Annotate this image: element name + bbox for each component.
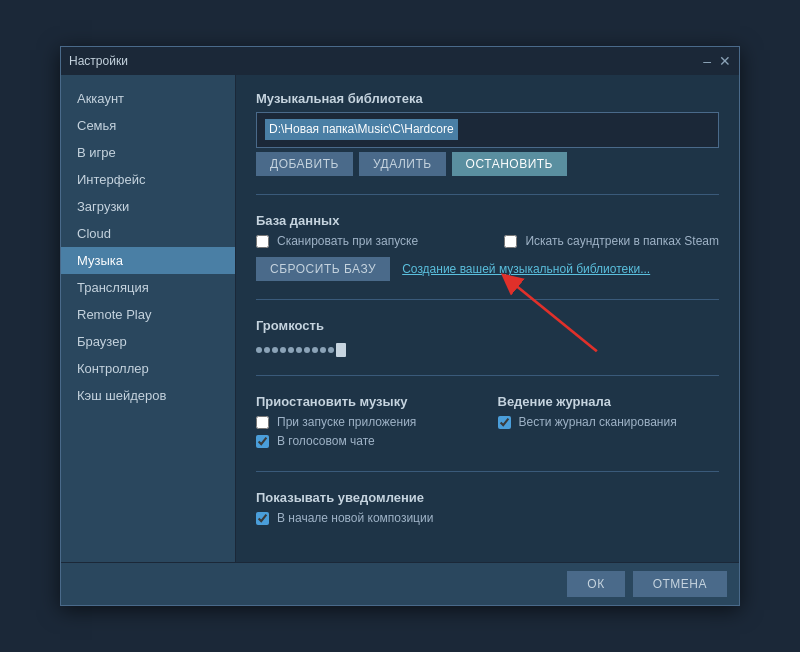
window-title: Настройки: [69, 54, 128, 68]
scan-log-row: Вести журнал сканирования: [498, 415, 720, 429]
vol-dot-2: [264, 347, 270, 353]
new-track-row: В начале новой композиции: [256, 511, 719, 525]
vol-dot-6: [296, 347, 302, 353]
vol-dot-4: [280, 347, 286, 353]
new-track-label: В начале новой композиции: [277, 511, 433, 525]
sidebar-item-загрузки[interactable]: Загрузки: [61, 193, 235, 220]
database-section: База данных Сканировать при запуске Иска…: [256, 213, 719, 281]
music-path-box: D:\Новая папка\Music\C\Hardcore: [256, 112, 719, 148]
scan-on-start-row: Сканировать при запуске Искать саундтрек…: [256, 234, 719, 248]
notification-section: Показывать уведомление В начале новой ко…: [256, 490, 719, 530]
music-library-section: Музыкальная библиотека D:\Новая папка\Mu…: [256, 91, 719, 176]
volume-label: Громкость: [256, 318, 719, 333]
reset-row: СБРОСИТЬ БАЗУ Создание вашей музыкальной…: [256, 257, 719, 281]
title-bar-controls: – ✕: [703, 54, 731, 68]
divider-4: [256, 471, 719, 472]
divider-1: [256, 194, 719, 195]
ok-button[interactable]: ОК: [567, 571, 624, 597]
sidebar-item-кэш-шейдеров[interactable]: Кэш шейдеров: [61, 382, 235, 409]
content-area: АккаунтСемьяВ игреИнтерфейсЗагрузкиCloud…: [61, 75, 739, 562]
sidebar-item-музыка[interactable]: Музыка: [61, 247, 235, 274]
settings-window: Настройки – ✕ АккаунтСемьяВ игреИнтерфей…: [60, 46, 740, 606]
new-track-checkbox[interactable]: [256, 512, 269, 525]
music-library-label: Музыкальная библиотека: [256, 91, 719, 106]
main-panel: Музыкальная библиотека D:\Новая папка\Mu…: [236, 75, 739, 562]
on-app-start-label: При запуске приложения: [277, 415, 416, 429]
sidebar: АккаунтСемьяВ игреИнтерфейсЗагрузкиCloud…: [61, 75, 236, 562]
log-col: Ведение журнала Вести журнал сканировани…: [498, 394, 720, 453]
in-voice-chat-label: В голосовом чате: [277, 434, 375, 448]
pause-music-label: Приостановить музыку: [256, 394, 478, 409]
sidebar-item-remote-play[interactable]: Remote Play: [61, 301, 235, 328]
close-button[interactable]: ✕: [719, 54, 731, 68]
minimize-button[interactable]: –: [703, 54, 711, 68]
on-app-start-row: При запуске приложения: [256, 415, 478, 429]
divider-2: [256, 299, 719, 300]
volume-slider[interactable]: [256, 343, 719, 357]
vol-dot-9: [320, 347, 326, 353]
title-bar: Настройки – ✕: [61, 47, 739, 75]
sidebar-item-браузер[interactable]: Браузер: [61, 328, 235, 355]
footer: ОК ОТМЕНА: [61, 562, 739, 605]
in-voice-chat-checkbox[interactable]: [256, 435, 269, 448]
music-path-value: D:\Новая папка\Music\C\Hardcore: [265, 119, 458, 140]
sidebar-item-интерфейс[interactable]: Интерфейс: [61, 166, 235, 193]
divider-3: [256, 375, 719, 376]
scan-on-start-label: Сканировать при запуске: [277, 234, 418, 248]
scan-on-start-checkbox[interactable]: [256, 235, 269, 248]
volume-section: Громкость: [256, 318, 719, 357]
vol-dot-8: [312, 347, 318, 353]
pause-log-section: Приостановить музыку При запуске приложе…: [256, 394, 719, 453]
database-label: База данных: [256, 213, 719, 228]
create-library-link[interactable]: Создание вашей музыкальной библиотеки...: [402, 262, 650, 276]
sidebar-item-cloud[interactable]: Cloud: [61, 220, 235, 247]
sidebar-item-трансляция[interactable]: Трансляция: [61, 274, 235, 301]
vol-dot-10: [328, 347, 334, 353]
vol-dot-3: [272, 347, 278, 353]
remove-folder-button[interactable]: УДАЛИТЬ: [359, 152, 446, 176]
sidebar-item-семья[interactable]: Семья: [61, 112, 235, 139]
log-label: Ведение журнала: [498, 394, 720, 409]
vol-dot-1: [256, 347, 262, 353]
sidebar-item-контроллер[interactable]: Контроллер: [61, 355, 235, 382]
pause-music-col: Приостановить музыку При запуске приложе…: [256, 394, 478, 453]
vol-dot-7: [304, 347, 310, 353]
add-folder-button[interactable]: ДОБАВИТЬ: [256, 152, 353, 176]
show-notification-label: Показывать уведомление: [256, 490, 719, 505]
scan-steam-checkbox[interactable]: [504, 235, 517, 248]
scan-log-label: Вести журнал сканирования: [519, 415, 677, 429]
in-voice-chat-row: В голосовом чате: [256, 434, 478, 448]
scan-steam-label: Искать саундтреки в папках Steam: [525, 234, 719, 248]
cancel-button[interactable]: ОТМЕНА: [633, 571, 727, 597]
reset-db-button[interactable]: СБРОСИТЬ БАЗУ: [256, 257, 390, 281]
sidebar-item-в-игре[interactable]: В игре: [61, 139, 235, 166]
sidebar-item-аккаунт[interactable]: Аккаунт: [61, 85, 235, 112]
scan-log-checkbox[interactable]: [498, 416, 511, 429]
stop-button[interactable]: ОСТАНОВИТЬ: [452, 152, 567, 176]
on-app-start-checkbox[interactable]: [256, 416, 269, 429]
music-action-buttons: ДОБАВИТЬ УДАЛИТЬ ОСТАНОВИТЬ: [256, 152, 719, 176]
vol-dot-5: [288, 347, 294, 353]
vol-handle[interactable]: [336, 343, 346, 357]
